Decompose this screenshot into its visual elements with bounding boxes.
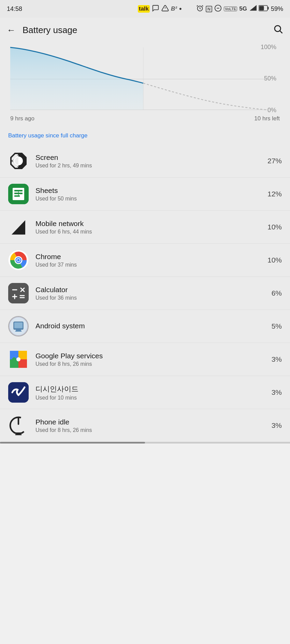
svg-point-49 [16, 357, 20, 361]
volte-icon: VoLTE [224, 6, 237, 11]
sheets-detail: Used for 50 mins [35, 196, 267, 202]
svg-rect-44 [16, 329, 21, 331]
svg-rect-50 [8, 382, 29, 403]
chrome-detail: Used for 37 mins [35, 262, 267, 268]
sheets-icon [8, 184, 29, 204]
battery-pct: 59% [271, 5, 283, 13]
android-system-icon [8, 316, 29, 336]
status-bar: 14:58 talk B² • N VoLTE 5G [0, 0, 290, 18]
calculator-name: Calculator [35, 286, 272, 294]
sheets-pct: 12% [267, 190, 282, 198]
screen-pct: 27% [267, 157, 282, 165]
chrome-pct: 10% [267, 256, 282, 264]
list-item[interactable]: Sheets Used for 50 mins 12% [0, 178, 290, 211]
status-icons: talk B² • N VoLTE 5G [138, 4, 283, 13]
svg-rect-43 [14, 323, 23, 328]
calculator-detail: Used for 36 mins [35, 295, 272, 301]
android-system-info: Android system [35, 322, 272, 331]
svg-rect-7 [267, 7, 269, 10]
dcside-info: 디시인사이드 Used for 10 mins [35, 384, 272, 401]
list-item[interactable]: Android system 5% [0, 310, 290, 343]
svg-line-10 [280, 31, 282, 33]
chart-right-label: 10 hrs left [254, 115, 280, 122]
svg-point-9 [275, 26, 281, 32]
sheets-info: Sheets Used for 50 mins [35, 186, 267, 202]
phone-idle-info: Phone idle Used for 8 hrs, 26 mins [35, 418, 272, 433]
phone-idle-pct: 3% [272, 421, 282, 430]
list-item[interactable]: Screen Used for 2 hrs, 49 mins 27% [0, 145, 290, 178]
mobile-network-icon [8, 217, 29, 237]
phone-idle-detail: Used for 8 hrs, 26 mins [35, 427, 272, 433]
svg-point-32 [17, 259, 20, 261]
signal-icon [249, 4, 257, 13]
svg-text:50%: 50% [264, 75, 276, 82]
svg-rect-33 [8, 283, 29, 303]
chart-left-label: 9 hrs ago [10, 115, 34, 122]
phone-idle-name: Phone idle [35, 418, 272, 426]
kakao-icon: talk [138, 5, 150, 13]
svg-rect-45 [15, 331, 22, 332]
chrome-name: Chrome [35, 253, 267, 261]
svg-text:100%: 100% [261, 44, 276, 50]
alarm-icon [196, 4, 204, 13]
mobile-network-name: Mobile network [35, 220, 267, 228]
list-item[interactable]: 디시인사이드 Used for 10 mins 3% [0, 376, 290, 409]
dcside-pct: 3% [272, 388, 282, 396]
chat-icon [152, 4, 159, 13]
dcside-icon [8, 382, 29, 403]
google-play-info: Google Play services Used for 8 hrs, 26 … [35, 352, 272, 367]
screen-info: Screen Used for 2 hrs, 49 mins [35, 153, 267, 169]
chrome-info: Chrome Used for 37 mins [35, 253, 267, 268]
google-play-detail: Used for 8 hrs, 26 mins [35, 361, 272, 367]
chrome-icon [8, 250, 29, 270]
list-item[interactable]: Calculator Used for 36 mins 6% [0, 277, 290, 310]
svg-rect-8 [259, 6, 264, 11]
battery-icon [259, 5, 269, 13]
google-play-icon [8, 349, 29, 370]
svg-point-48 [12, 357, 16, 361]
mobile-network-detail: Used for 6 hrs, 44 mins [35, 229, 267, 235]
calculator-icon [8, 283, 29, 303]
google-play-pct: 3% [272, 355, 282, 363]
sheets-name: Sheets [35, 186, 267, 195]
dot-icon: • [179, 4, 182, 13]
mobile-network-info: Mobile network Used for 6 hrs, 44 mins [35, 220, 267, 235]
nfc-icon: N [206, 6, 212, 12]
calculator-info: Calculator Used for 36 mins [35, 286, 272, 301]
list-item[interactable]: Google Play services Used for 8 hrs, 26 … [0, 343, 290, 376]
b-icon: B² [171, 5, 177, 12]
mobile-network-pct: 10% [267, 223, 282, 231]
screen-detail: Used for 2 hrs, 49 mins [35, 163, 267, 169]
svg-marker-5 [250, 5, 257, 11]
5g-icon: 5G [239, 5, 247, 12]
screen-icon [8, 151, 29, 171]
battery-usage-list: Screen Used for 2 hrs, 49 mins 27% Sheet… [0, 145, 290, 442]
screen-name: Screen [35, 153, 267, 162]
dnd-icon [214, 4, 222, 13]
android-system-pct: 5% [272, 322, 282, 330]
list-item[interactable]: Chrome Used for 37 mins 10% [0, 244, 290, 277]
top-bar: ← Battery usage [0, 18, 290, 42]
scroll-indicator[interactable] [0, 442, 290, 444]
status-time: 14:58 [7, 5, 22, 13]
svg-marker-27 [12, 220, 25, 235]
page-title: Battery usage [23, 25, 273, 35]
google-play-name: Google Play services [35, 352, 272, 360]
phone-idle-icon [8, 415, 29, 436]
section-label: Battery usage since full charge [0, 124, 290, 145]
list-item[interactable]: Mobile network Used for 6 hrs, 44 mins 1… [0, 211, 290, 244]
back-button[interactable]: ← [7, 25, 16, 35]
dcside-name: 디시인사이드 [35, 384, 272, 394]
search-button[interactable] [273, 24, 283, 36]
dcside-detail: Used for 10 mins [35, 395, 272, 401]
list-item[interactable]: Phone idle Used for 8 hrs, 26 mins 3% [0, 409, 290, 442]
scroll-thumb [0, 442, 145, 444]
warning-icon [161, 4, 169, 13]
svg-text:0%: 0% [267, 107, 276, 114]
svg-rect-23 [14, 195, 20, 197]
battery-chart: 100% 50% 0% [0, 42, 290, 124]
calculator-pct: 6% [272, 289, 282, 297]
android-system-name: Android system [35, 322, 272, 330]
